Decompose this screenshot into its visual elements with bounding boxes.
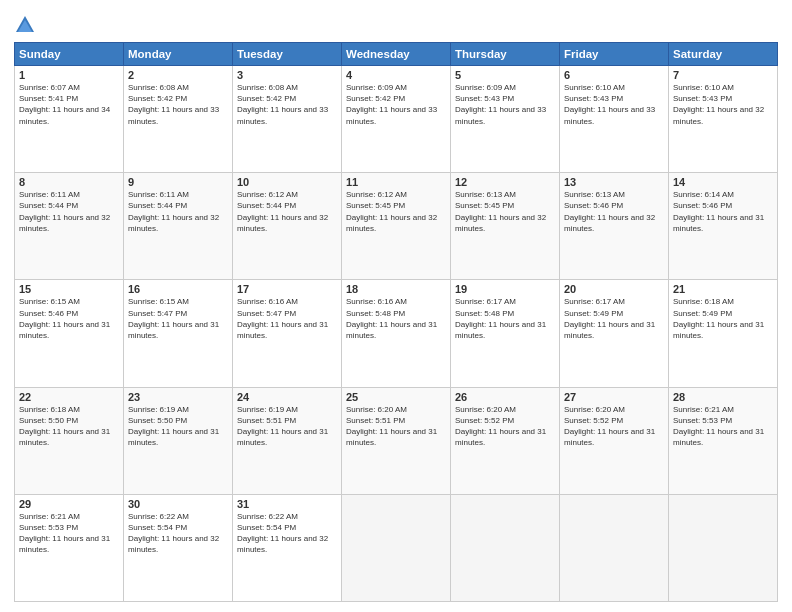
day-info: Sunrise: 6:12 AMSunset: 5:44 PMDaylight:… [237,189,337,234]
day-info: Sunrise: 6:19 AMSunset: 5:50 PMDaylight:… [128,404,228,449]
day-info: Sunrise: 6:08 AMSunset: 5:42 PMDaylight:… [237,82,337,127]
col-header-sunday: Sunday [15,43,124,66]
day-number: 17 [237,283,337,295]
calendar-cell: 13Sunrise: 6:13 AMSunset: 5:46 PMDayligh… [560,173,669,280]
calendar-cell [451,494,560,601]
day-number: 30 [128,498,228,510]
calendar-cell: 25Sunrise: 6:20 AMSunset: 5:51 PMDayligh… [342,387,451,494]
day-info: Sunrise: 6:07 AMSunset: 5:41 PMDaylight:… [19,82,119,127]
day-info: Sunrise: 6:21 AMSunset: 5:53 PMDaylight:… [673,404,773,449]
calendar-cell: 3Sunrise: 6:08 AMSunset: 5:42 PMDaylight… [233,66,342,173]
calendar-cell: 19Sunrise: 6:17 AMSunset: 5:48 PMDayligh… [451,280,560,387]
day-info: Sunrise: 6:20 AMSunset: 5:52 PMDaylight:… [564,404,664,449]
day-number: 29 [19,498,119,510]
day-number: 15 [19,283,119,295]
day-number: 6 [564,69,664,81]
day-number: 20 [564,283,664,295]
day-number: 5 [455,69,555,81]
day-info: Sunrise: 6:20 AMSunset: 5:51 PMDaylight:… [346,404,446,449]
day-info: Sunrise: 6:10 AMSunset: 5:43 PMDaylight:… [564,82,664,127]
calendar-cell [560,494,669,601]
calendar-cell: 14Sunrise: 6:14 AMSunset: 5:46 PMDayligh… [669,173,778,280]
day-info: Sunrise: 6:17 AMSunset: 5:49 PMDaylight:… [564,296,664,341]
day-number: 16 [128,283,228,295]
day-info: Sunrise: 6:13 AMSunset: 5:45 PMDaylight:… [455,189,555,234]
day-info: Sunrise: 6:22 AMSunset: 5:54 PMDaylight:… [237,511,337,556]
day-info: Sunrise: 6:17 AMSunset: 5:48 PMDaylight:… [455,296,555,341]
day-info: Sunrise: 6:13 AMSunset: 5:46 PMDaylight:… [564,189,664,234]
calendar-cell [342,494,451,601]
calendar-cell: 22Sunrise: 6:18 AMSunset: 5:50 PMDayligh… [15,387,124,494]
day-info: Sunrise: 6:16 AMSunset: 5:48 PMDaylight:… [346,296,446,341]
logo [14,14,40,36]
day-number: 25 [346,391,446,403]
day-number: 9 [128,176,228,188]
day-info: Sunrise: 6:10 AMSunset: 5:43 PMDaylight:… [673,82,773,127]
day-info: Sunrise: 6:09 AMSunset: 5:43 PMDaylight:… [455,82,555,127]
calendar-cell: 7Sunrise: 6:10 AMSunset: 5:43 PMDaylight… [669,66,778,173]
day-number: 11 [346,176,446,188]
page: SundayMondayTuesdayWednesdayThursdayFrid… [0,0,792,612]
day-info: Sunrise: 6:11 AMSunset: 5:44 PMDaylight:… [19,189,119,234]
header [14,10,778,36]
day-number: 10 [237,176,337,188]
calendar-cell [669,494,778,601]
day-number: 7 [673,69,773,81]
calendar-cell: 31Sunrise: 6:22 AMSunset: 5:54 PMDayligh… [233,494,342,601]
calendar-cell: 28Sunrise: 6:21 AMSunset: 5:53 PMDayligh… [669,387,778,494]
col-header-monday: Monday [124,43,233,66]
day-number: 23 [128,391,228,403]
day-number: 19 [455,283,555,295]
calendar-cell: 24Sunrise: 6:19 AMSunset: 5:51 PMDayligh… [233,387,342,494]
calendar-cell: 20Sunrise: 6:17 AMSunset: 5:49 PMDayligh… [560,280,669,387]
day-number: 12 [455,176,555,188]
day-info: Sunrise: 6:09 AMSunset: 5:42 PMDaylight:… [346,82,446,127]
day-info: Sunrise: 6:21 AMSunset: 5:53 PMDaylight:… [19,511,119,556]
day-info: Sunrise: 6:16 AMSunset: 5:47 PMDaylight:… [237,296,337,341]
calendar-cell: 30Sunrise: 6:22 AMSunset: 5:54 PMDayligh… [124,494,233,601]
col-header-wednesday: Wednesday [342,43,451,66]
day-info: Sunrise: 6:11 AMSunset: 5:44 PMDaylight:… [128,189,228,234]
day-info: Sunrise: 6:12 AMSunset: 5:45 PMDaylight:… [346,189,446,234]
day-number: 2 [128,69,228,81]
col-header-thursday: Thursday [451,43,560,66]
calendar-cell: 29Sunrise: 6:21 AMSunset: 5:53 PMDayligh… [15,494,124,601]
day-number: 8 [19,176,119,188]
calendar-cell: 5Sunrise: 6:09 AMSunset: 5:43 PMDaylight… [451,66,560,173]
day-number: 26 [455,391,555,403]
day-info: Sunrise: 6:15 AMSunset: 5:47 PMDaylight:… [128,296,228,341]
day-number: 1 [19,69,119,81]
calendar-cell: 27Sunrise: 6:20 AMSunset: 5:52 PMDayligh… [560,387,669,494]
calendar-cell: 18Sunrise: 6:16 AMSunset: 5:48 PMDayligh… [342,280,451,387]
calendar-cell: 2Sunrise: 6:08 AMSunset: 5:42 PMDaylight… [124,66,233,173]
calendar-table: SundayMondayTuesdayWednesdayThursdayFrid… [14,42,778,602]
day-number: 22 [19,391,119,403]
day-info: Sunrise: 6:18 AMSunset: 5:49 PMDaylight:… [673,296,773,341]
day-number: 21 [673,283,773,295]
calendar-cell: 8Sunrise: 6:11 AMSunset: 5:44 PMDaylight… [15,173,124,280]
col-header-saturday: Saturday [669,43,778,66]
day-number: 31 [237,498,337,510]
calendar-cell: 23Sunrise: 6:19 AMSunset: 5:50 PMDayligh… [124,387,233,494]
day-info: Sunrise: 6:18 AMSunset: 5:50 PMDaylight:… [19,404,119,449]
calendar-cell: 21Sunrise: 6:18 AMSunset: 5:49 PMDayligh… [669,280,778,387]
day-number: 18 [346,283,446,295]
calendar-cell: 16Sunrise: 6:15 AMSunset: 5:47 PMDayligh… [124,280,233,387]
calendar-cell: 9Sunrise: 6:11 AMSunset: 5:44 PMDaylight… [124,173,233,280]
calendar-cell: 1Sunrise: 6:07 AMSunset: 5:41 PMDaylight… [15,66,124,173]
calendar-cell: 11Sunrise: 6:12 AMSunset: 5:45 PMDayligh… [342,173,451,280]
day-info: Sunrise: 6:15 AMSunset: 5:46 PMDaylight:… [19,296,119,341]
calendar-cell: 4Sunrise: 6:09 AMSunset: 5:42 PMDaylight… [342,66,451,173]
day-number: 14 [673,176,773,188]
day-number: 27 [564,391,664,403]
day-info: Sunrise: 6:14 AMSunset: 5:46 PMDaylight:… [673,189,773,234]
day-info: Sunrise: 6:20 AMSunset: 5:52 PMDaylight:… [455,404,555,449]
calendar-cell: 26Sunrise: 6:20 AMSunset: 5:52 PMDayligh… [451,387,560,494]
day-number: 3 [237,69,337,81]
calendar-cell: 15Sunrise: 6:15 AMSunset: 5:46 PMDayligh… [15,280,124,387]
logo-icon [14,14,36,36]
day-info: Sunrise: 6:22 AMSunset: 5:54 PMDaylight:… [128,511,228,556]
day-number: 4 [346,69,446,81]
calendar-cell: 17Sunrise: 6:16 AMSunset: 5:47 PMDayligh… [233,280,342,387]
calendar-cell: 10Sunrise: 6:12 AMSunset: 5:44 PMDayligh… [233,173,342,280]
